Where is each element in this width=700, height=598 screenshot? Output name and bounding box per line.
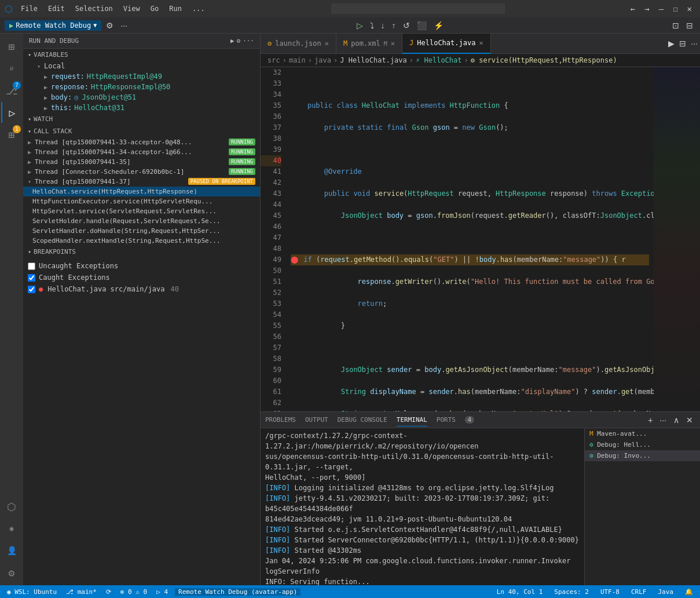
bp-hellochat-checkbox[interactable] (28, 286, 35, 293)
activity-source-control[interactable]: ⎇ 7 (1, 80, 22, 101)
frame-2[interactable]: HttpFunctionExecutor.service(HttpServlet… (23, 196, 260, 206)
status-encoding[interactable]: UTF-8 (598, 588, 622, 596)
debug-continue-btn[interactable]: ▷ (354, 20, 365, 31)
panel-more-btn[interactable]: ··· (657, 414, 669, 426)
bc-src[interactable]: src (267, 56, 280, 64)
status-crlf[interactable]: CRLF (629, 588, 649, 596)
tab-launch-close[interactable]: ✕ (325, 39, 329, 48)
activity-explorer[interactable]: ⊞ (1, 36, 22, 57)
status-position[interactable]: Ln 40, Col 1 (494, 588, 545, 596)
debug-split-btn[interactable]: ⊟ (684, 20, 695, 31)
panel-close-btn[interactable]: ✕ (684, 414, 695, 426)
menu-go[interactable]: Go (146, 3, 163, 14)
status-debug-label[interactable]: Remote Watch Debug (avatar-app) (175, 588, 300, 596)
notifications-icon[interactable]: 🔔 (683, 588, 695, 596)
menu-file[interactable]: File (16, 3, 42, 14)
debug-step-over-btn[interactable]: ⤵ (368, 20, 376, 31)
frame-5[interactable]: ServletHandler.doHandle(String,Request,H… (23, 226, 260, 236)
status-sync[interactable]: ⟳ (104, 588, 113, 596)
bc-java[interactable]: java (314, 56, 331, 64)
editor-more-btn[interactable]: ··· (688, 38, 700, 49)
tab-ports[interactable]: PORTS (437, 414, 456, 426)
tab-hellochat-close[interactable]: ✕ (479, 39, 483, 47)
bp-uncaught[interactable]: Uncaught Exceptions (28, 260, 255, 272)
minimize-button[interactable]: — (655, 4, 667, 13)
activity-debug[interactable]: ▷ (1, 102, 22, 123)
bp-caught-checkbox[interactable] (28, 274, 35, 282)
bp-caught[interactable]: Caught Exceptions (28, 272, 255, 283)
debug-settings-btn[interactable]: ⚙ (104, 20, 116, 31)
terminal-content[interactable]: /grpc-context/1.27.2/grpc-context-1.27.2… (261, 428, 584, 585)
status-language[interactable]: Java (656, 588, 676, 596)
thread-3[interactable]: ▶ Thread [qtp1500079441-35] RUNNING (23, 157, 260, 167)
bc-file[interactable]: J HelloChat.java (340, 56, 407, 64)
thread-1[interactable]: ▶ Thread [qtp1500079441-33-acceptor-0@48… (23, 137, 260, 147)
debug-more-btn[interactable]: ··· (118, 20, 130, 31)
var-response[interactable]: ▶ response: HttpResponseImpl@50 (23, 82, 260, 92)
tab-pom-close[interactable]: ✕ (391, 39, 395, 48)
debug-flash-btn[interactable]: ⚡ (431, 20, 446, 31)
status-remote[interactable]: ◉ WSL: Ubuntu (5, 588, 59, 596)
title-search-input[interactable] (331, 3, 505, 14)
frame-6[interactable]: ScopedHandler.nextHandle(String,Request,… (23, 236, 260, 246)
activity-search[interactable]: ⌕ (1, 58, 22, 79)
debug-layout-btn[interactable]: ⊡ (670, 20, 681, 31)
debug-restart-btn[interactable]: ↺ (401, 20, 412, 31)
activity-extensions[interactable]: ⊞ 1 (1, 124, 22, 145)
tab-debug-console[interactable]: DEBUG CONSOLE (338, 414, 387, 426)
nav-back[interactable]: ← (627, 4, 639, 13)
menu-run[interactable]: Run (164, 3, 186, 14)
debug-settings-link[interactable]: ⚙ (237, 37, 241, 45)
menu-view[interactable]: View (119, 3, 145, 14)
var-this[interactable]: ▶ this: HelloChat@31 (23, 103, 260, 113)
menu-edit[interactable]: Edit (43, 3, 69, 14)
maximize-button[interactable]: ☐ (669, 4, 681, 13)
bp-uncaught-checkbox[interactable] (28, 262, 35, 270)
frame-1[interactable]: HelloChat.service(HttpRequest,HttpRespon… (23, 187, 260, 196)
menu-more[interactable]: ... (188, 3, 210, 14)
run-debug-btn[interactable]: ▶ (666, 38, 677, 49)
thread-2[interactable]: ▶ Thread [qtp1500079441-34-acceptor-1@66… (23, 147, 260, 157)
tab-launch-json[interactable]: ⚙ launch.json ✕ (261, 34, 336, 54)
bc-method[interactable]: ⚙ service(HttpRequest,HttpResponse) (471, 56, 617, 64)
panel-collapse-btn[interactable]: ∧ (671, 414, 681, 426)
bp-hellochat[interactable]: ● HelloChat.java src/main/java 40 (28, 283, 255, 295)
status-spaces[interactable]: Spaces: 2 (552, 588, 591, 596)
activity-remote[interactable]: ◉ (1, 518, 22, 539)
frame-4[interactable]: ServletHolder.handle(Request,ServletRequ… (23, 216, 260, 226)
local-group[interactable]: ▾ Local (23, 61, 260, 71)
thread-4[interactable]: ▶ Thread [Connector-Scheduler-6920b0bc-1… (23, 167, 260, 177)
var-request[interactable]: ▶ request: HttpRequestImpl@49 (23, 71, 260, 82)
activity-test[interactable]: ⬡ (1, 496, 22, 517)
code-content[interactable]: public class HelloChat implements HttpFu… (286, 67, 654, 411)
menu-bar[interactable]: File Edit Selection View Go Run ... (16, 3, 210, 14)
callstack-section-title[interactable]: ▾ CALL STACK (23, 125, 260, 137)
close-button[interactable]: ✕ (684, 4, 695, 13)
variables-section-title[interactable]: ▾ VARIABLES (23, 49, 260, 61)
debug-step-out-btn[interactable]: ↑ (390, 20, 398, 31)
status-debug-count[interactable]: ▷ 4 (154, 588, 170, 596)
frame-3[interactable]: HttpServlet.service(ServletRequest,Servl… (23, 206, 260, 216)
tab-hellochat-java[interactable]: J HelloChat.java ✕ (402, 34, 491, 54)
side-item-debug-invo[interactable]: ⚙ Debug: Invo... (585, 450, 700, 461)
status-errors[interactable]: ⊗ 0 ⚠ 0 (118, 588, 149, 596)
sidebar-more-btn[interactable]: ··· (243, 37, 254, 45)
bc-class[interactable]: ⚡ HelloChat (416, 56, 461, 64)
bc-main[interactable]: main (289, 56, 306, 64)
var-body[interactable]: ▶ body: ◎ JsonObject@51 (23, 92, 260, 103)
breakpoints-section-title[interactable]: ▾ BREAKPOINTS (23, 246, 260, 258)
session-dropdown-icon[interactable]: ▼ (93, 22, 97, 28)
status-branch[interactable]: ⎇ main* (64, 588, 99, 596)
menu-selection[interactable]: Selection (71, 3, 118, 14)
side-item-maven[interactable]: M Maven-avat... (585, 428, 700, 439)
panel-add-btn[interactable]: + (646, 414, 655, 426)
debug-step-into-btn[interactable]: ↓ (379, 20, 387, 31)
tab-pom-xml[interactable]: M pom.xml M ✕ (336, 34, 402, 54)
tab-problems[interactable]: PROBLEMS (265, 414, 296, 426)
side-item-debug-hell[interactable]: ⚙ Debug: Hell... (585, 439, 700, 450)
nav-forward[interactable]: → (641, 4, 653, 13)
debug-disconnect-btn[interactable]: ⬛ (415, 20, 429, 31)
thread-5[interactable]: ▾ Thread [qtp1500079441-37] PAUSED ON BR… (23, 177, 260, 187)
watch-section-title[interactable]: ▾ WATCH (23, 113, 260, 125)
tab-terminal[interactable]: TERMINAL (397, 414, 427, 426)
